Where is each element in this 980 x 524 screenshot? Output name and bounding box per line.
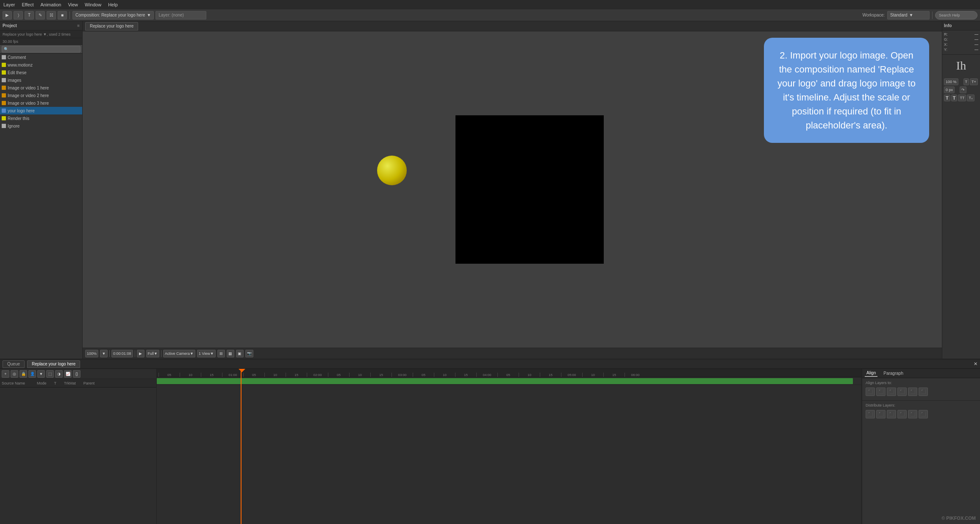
ctrl-sep-3 [161, 350, 161, 357]
baseline-ctrl[interactable]: ↷ [960, 86, 966, 93]
tl-graph[interactable]: 📈 [64, 370, 72, 378]
timeline-body: + ◎ 🔒 👤 ▼ ⬚ ◑ 📈 {} Source Name Mode T Tr… [0, 369, 980, 524]
dist-center-v-btn[interactable]: ⬛ [908, 410, 917, 418]
views-btn[interactable]: 1 View ▼ [197, 350, 216, 357]
project-item-video2[interactable]: Image or video 2 here [0, 92, 82, 99]
snapshot-btn[interactable]: 📷 [245, 350, 253, 357]
project-item-logo[interactable]: your logo here [0, 107, 82, 114]
tl-solo[interactable]: ◎ [11, 370, 18, 378]
project-item-comment[interactable]: Comment [0, 53, 82, 61]
tl-collapse[interactable]: ▼ [37, 370, 45, 378]
font-size-ctrl[interactable]: 100 % [944, 78, 958, 85]
zoom-level-btn[interactable]: 100% [85, 350, 98, 357]
grid-btn[interactable]: ⊞ [217, 350, 225, 357]
toolbar-brush-btn[interactable]: ☵ [47, 11, 56, 20]
align-right-btn[interactable]: ⬛ [887, 387, 896, 396]
g-row: G: — [944, 37, 978, 42]
align-left-ctrl[interactable]: T [944, 95, 950, 101]
kerning-ctrl[interactable]: T+ [970, 78, 978, 85]
tl-expressions[interactable]: {} [73, 370, 81, 378]
menu-view[interactable]: View [68, 2, 78, 7]
project-panel: Project ≡ Replace your logo here ▼, used… [0, 21, 83, 359]
project-search-input[interactable] [2, 46, 81, 53]
comp-icon-logo [2, 109, 6, 113]
tt-row-2: 0 px ↷ [944, 86, 978, 93]
paragraph-tab[interactable]: Paragraph [882, 370, 905, 376]
footage-icon-3 [2, 101, 6, 105]
ruler-mark-2: 15 [201, 373, 222, 377]
align-tab[interactable]: Align [865, 370, 877, 377]
align-layers-section: Align Layers to: ⬛ ⬛ ⬛ ⬛ ⬛ ⬛ [862, 378, 980, 401]
menu-window[interactable]: Window [85, 2, 101, 7]
dist-bottom-btn[interactable]: ⬛ [919, 410, 928, 418]
view-mode-btn[interactable]: Full ▼ [146, 350, 159, 357]
timeline-toolbar: + ◎ 🔒 👤 ▼ ⬚ ◑ 📈 {} [0, 369, 156, 379]
ruler-mark-18: 15 [540, 373, 561, 377]
menu-layer[interactable]: Layer [3, 2, 15, 7]
comp-dropdown[interactable]: Composition: Replace your logo here ▼ [72, 11, 154, 20]
comp-controls: 100% ▼ 0:00:01:08 ▶ Full ▼ Active Camera… [83, 348, 942, 359]
align-bottom-btn[interactable]: ⬛ [919, 387, 928, 396]
tl-motion-blur[interactable]: ◑ [55, 370, 63, 378]
resolution-btn[interactable]: ▼ [100, 350, 108, 357]
project-item-ignore[interactable]: Ignore [0, 122, 82, 130]
align-center-ctrl[interactable]: T [951, 95, 958, 101]
queue-tab[interactable]: Queue [3, 360, 25, 368]
timeline-close-btn[interactable]: ✕ [974, 361, 977, 367]
r-label: R: [944, 32, 948, 36]
menu-animation[interactable]: Animation [40, 2, 61, 7]
align-layers-title: Align Layers to: [866, 381, 977, 385]
align-left-btn[interactable]: ⬛ [866, 387, 875, 396]
comp-tab[interactable]: Replace your logo here [85, 22, 138, 31]
ruler-mark-7: 02:00 [307, 373, 328, 377]
playhead[interactable] [241, 369, 242, 524]
camera-btn[interactable]: Active Camera ▼ [163, 350, 195, 357]
dist-top-btn[interactable]: ⬛ [897, 410, 907, 418]
project-item-images[interactable]: images [0, 76, 82, 84]
tl-lock[interactable]: 🔒 [19, 370, 27, 378]
project-item-render[interactable]: Render this [0, 114, 82, 122]
workspace-dropdown[interactable]: Standard ▼ [887, 11, 930, 20]
align-center-h-btn[interactable]: ⬛ [876, 387, 886, 396]
safe-zones-btn[interactable]: ▦ [227, 350, 234, 357]
project-info: Replace your logo here ▼, used 2 times [0, 31, 82, 38]
toolbar-pen-btn[interactable]: ✎ [36, 11, 45, 20]
timecode-btn[interactable]: 0:00:01:08 [111, 350, 133, 357]
project-item-www[interactable]: www.motionz [0, 61, 82, 69]
footage-icon-2 [2, 93, 6, 98]
align-small-ctrl[interactable]: Tₓ [967, 95, 974, 101]
comp-canvas[interactable]: 2. Import your logo image. Open the comp… [83, 31, 942, 348]
play-btn[interactable]: ▶ [137, 350, 144, 357]
toolbar-select-btn[interactable]: ▶ [3, 11, 12, 20]
distribute-btns-row: ⬛ ⬛ ⬛ ⬛ ⬛ ⬛ [866, 410, 977, 418]
align-top-btn[interactable]: ⬛ [897, 387, 907, 396]
layer-dropdown[interactable]: Layer: (none) [155, 11, 206, 20]
tracking-ctrl[interactable]: T [963, 78, 969, 85]
toolbar-hand-btn[interactable]: 〉 [14, 11, 23, 20]
tl-new-layer[interactable]: + [2, 370, 9, 378]
folder-icon [2, 55, 6, 59]
ruler-mark-19: 05:00 [561, 373, 582, 377]
search-box[interactable]: Search Help [935, 11, 977, 20]
comp-timeline-tab[interactable]: Replace your logo here [27, 360, 80, 368]
menu-effect[interactable]: Effect [22, 2, 34, 7]
tl-shy[interactable]: 👤 [28, 370, 36, 378]
dist-center-h-btn[interactable]: ⬛ [876, 410, 886, 418]
leading-ctrl[interactable]: 0 px [944, 86, 955, 93]
project-item-video3[interactable]: Image or video 3 here [0, 99, 82, 107]
dist-left-btn[interactable]: ⬛ [866, 410, 875, 418]
ruler-mark-8: 05 [328, 373, 349, 377]
project-panel-menu-btn[interactable]: ≡ [77, 23, 80, 28]
align-center-v-btn[interactable]: ⬛ [908, 387, 917, 396]
project-item-video1[interactable]: Image or video 1 here [0, 84, 82, 92]
ruler-mark-15: 04:00 [476, 373, 497, 377]
toolbar-text-btn[interactable]: T [25, 11, 34, 20]
menu-help[interactable]: Help [108, 2, 118, 7]
align-caps-ctrl[interactable]: TT [958, 95, 966, 101]
tl-frame[interactable]: ⬚ [46, 370, 54, 378]
transparency-btn[interactable]: ▣ [236, 350, 244, 357]
toolbar: ▶ 〉 T ✎ ☵ ■ Composition: Replace your lo… [0, 9, 980, 21]
project-item-edit[interactable]: Edit these [0, 69, 82, 76]
toolbar-shape-btn[interactable]: ■ [58, 11, 67, 20]
dist-right-btn[interactable]: ⬛ [887, 410, 896, 418]
